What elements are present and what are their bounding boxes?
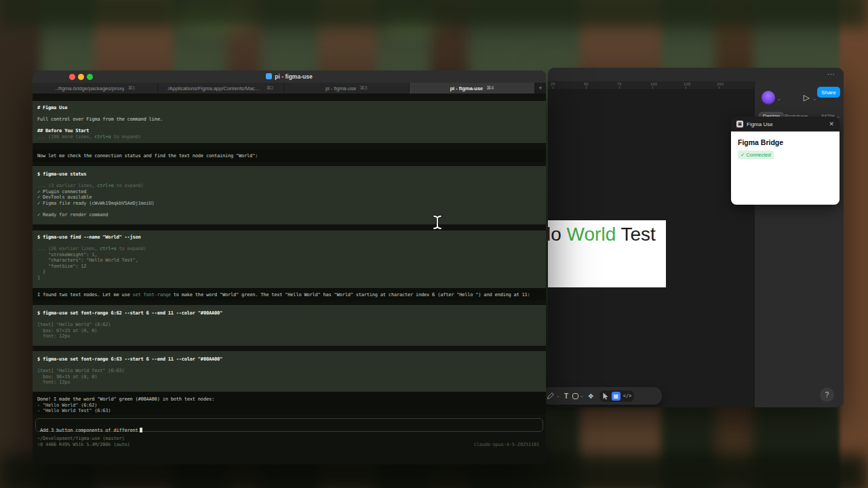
ruler-tick: 100 — [650, 82, 657, 86]
terminal-line: [text] "Hello World" (6:62) — [37, 322, 541, 328]
close-icon[interactable]: ✕ — [829, 121, 834, 127]
canvas-text-pre: Hello — [548, 224, 567, 245]
text-caret — [140, 428, 142, 432]
terminal-tab-bar: ../figma-bridge/packages/proxy ⌘1 /Appli… — [33, 83, 546, 94]
fold-hint: ... (3 earlier lines, ctrl+o to expand) — [37, 183, 541, 189]
tab-label: pi - figma-use — [450, 85, 484, 92]
assistant-message: Done! I made the word "World" green (#00… — [33, 392, 546, 415]
tab-pi-3[interactable]: pi - figma-use ⌘3 — [284, 83, 410, 94]
tab-label: ../figma-bridge/packages/proxy — [55, 85, 125, 92]
canopy-shadow — [0, 0, 868, 27]
terminal-line: # Figma Use — [37, 105, 541, 111]
pen-tool[interactable]: ⌄ — [547, 392, 560, 400]
dev-mode-icon[interactable]: </> — [623, 393, 632, 399]
plugin-titlebar: ▣ Figma Use ✕ — [731, 117, 840, 131]
plugin-app-icon: ▣ — [736, 121, 743, 127]
plugin-body: Figma Bridge ✓ Connected — [731, 131, 840, 205]
terminal-line: Full control over Figma from the command… — [37, 117, 541, 123]
plugin-window: ▣ Figma Use ✕ Figma Bridge ✓ Connected — [731, 117, 840, 205]
tab-shortcut: ⌘3 — [359, 85, 367, 91]
window-menu-icon[interactable]: ⋯ — [827, 70, 835, 79]
figma-toolbar: ⌄ T ⌄ ❖ ▦ </> — [541, 387, 662, 405]
share-button[interactable]: Share — [817, 87, 840, 98]
terminal-line: I found two text nodes. Let me use set f… — [37, 292, 541, 298]
tree-trunk — [840, 0, 868, 488]
canvas-text-frame[interactable]: Hello World Test — [548, 220, 666, 287]
tab-shortcut: ⌘4 — [486, 85, 494, 91]
avatar[interactable] — [762, 91, 775, 104]
command-line: $ figma-use status — [37, 171, 541, 178]
pointer-icon — [602, 392, 609, 400]
help-button[interactable]: ? — [820, 388, 834, 402]
terminal-line: Done! I made the word "World" green (#00… — [37, 396, 541, 403]
assistant-message: I found two text nodes. Let me use set f… — [33, 288, 546, 300]
chevron-down-icon[interactable]: ⌄ — [777, 96, 781, 102]
chevron-down-icon[interactable]: ⌄ — [812, 96, 816, 102]
terminal-window: pi - figma-use ../figma-bridge/packages/… — [33, 70, 546, 464]
tab-figma-app[interactable]: /Applications/Figma.app/Contents/MacOS/F… — [158, 83, 283, 94]
canvas-ruler: 25 50 75 100 125 150 — [548, 81, 754, 89]
terminal-line: Now let me check the connection status a… — [37, 153, 541, 159]
ruler-tick: 75 — [617, 82, 622, 86]
present-play-icon[interactable]: ▷ — [804, 94, 810, 102]
terminal-titlebar: pi - figma-use — [33, 70, 546, 83]
shape-icon — [572, 393, 578, 399]
figma-titlebar: ⋯ — [548, 68, 844, 81]
terminal-line: ✓ Figma file ready (cWvWk19mqkbV5AeDj1mo… — [37, 201, 541, 207]
canvas-text-post: Test — [616, 224, 656, 245]
ruler-tick: 125 — [684, 82, 690, 86]
plugin-title: Figma Use — [747, 121, 773, 127]
tab-pi-4-active[interactable]: pi - figma-use ⌘4 — [410, 83, 535, 94]
tab-shortcut: ⌘2 — [266, 85, 273, 91]
tab-label: pi - figma-use — [326, 85, 356, 92]
shape-tool[interactable]: ⌄ — [572, 393, 584, 399]
ruler-tick: 25 — [551, 82, 555, 86]
readme-block: # Figma Use Full control over Figma from… — [33, 101, 546, 143]
status-path: ~/Development/figma-use (master) — [37, 436, 124, 442]
terminal-line: ✓ Plugin connected — [37, 189, 541, 195]
terminal-line: - "Hello World" (6:62) — [37, 403, 541, 409]
pen-icon — [547, 392, 555, 400]
prompt-input-text: Add 3 button components of different — [40, 428, 138, 433]
status-stats: ⇡8 4466 R49% W51k 5.4M/200k (auto) — [37, 442, 130, 448]
new-tab-button[interactable]: + — [535, 83, 546, 94]
status-command-block: $ figma-use status ... (3 earlier lines,… — [33, 166, 546, 224]
terminal-line: ## Before You Start — [37, 128, 541, 134]
mode-switcher: ▦ </> — [599, 390, 635, 402]
terminal-line: "characters": "Hello World Test", — [37, 258, 541, 264]
text-tool[interactable]: T — [564, 392, 568, 400]
terminal-line: ✓ Ready for render command — [37, 212, 541, 218]
tab-proxy[interactable]: ../figma-bridge/packages/proxy ⌘1 — [33, 83, 158, 94]
figma-canvas[interactable]: Hello World Test — [548, 89, 754, 407]
terminal-line: font: 12px — [37, 333, 541, 340]
tab-shortcut: ⌘1 — [127, 85, 135, 91]
fold-hint: ... (26 earlier lines, ctrl+o to expand) — [37, 246, 541, 252]
ruler-tick: 150 — [717, 82, 724, 86]
actions-icon: ❖ — [588, 392, 594, 400]
terminal-line: "strokeWeight": 1, — [37, 252, 541, 258]
command-line: $ figma-use find --name "World" --json — [37, 235, 541, 241]
terminal-line: } — [37, 269, 541, 275]
terminal-line: font: 12px — [37, 380, 541, 386]
terminal-line: - "Hello World Test" (6:63) — [37, 408, 541, 414]
terminal-line: ] — [37, 275, 541, 281]
terminal-line: ✓ DevTools available — [37, 195, 541, 201]
window-title-text: pi - figma-use — [275, 73, 312, 80]
prompt-input[interactable]: Add 3 button components of different — [35, 418, 543, 432]
terminal-line: box: 96×15 at (0, 0) — [37, 374, 541, 380]
tab-label: /Applications/Figma.app/Contents/MacOS/F… — [167, 85, 262, 92]
actions-tool[interactable]: ❖ — [588, 392, 594, 400]
canvas-text-highlight: World — [567, 224, 616, 245]
design-mode-active-icon[interactable]: ▦ — [612, 392, 620, 401]
pointer-tool[interactable] — [602, 392, 609, 400]
command-line: $ figma-use set font-range 6:62 --start … — [37, 310, 541, 317]
folder-icon — [266, 73, 272, 79]
figma-window: ⋯ 25 50 75 100 125 150 Hello World Test … — [548, 68, 844, 407]
canvas-text: Hello World Test — [548, 220, 666, 246]
status-model: claude-opus-4-5-20251101 — [474, 442, 539, 448]
chevron-down-icon: ⌄ — [556, 393, 560, 399]
ruler-tick: 50 — [584, 82, 589, 86]
terminal-line: "fontSize": 12 — [37, 264, 541, 270]
text-tool-icon: T — [564, 392, 568, 400]
text-cursor-icon — [431, 214, 443, 230]
